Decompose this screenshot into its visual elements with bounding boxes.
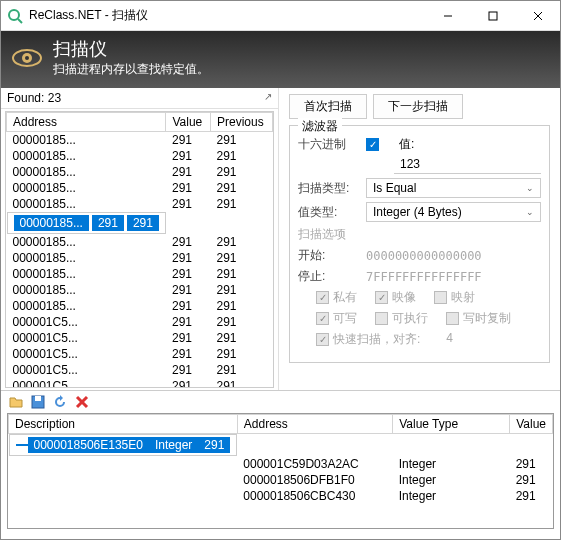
chk-image[interactable]: ✓映像	[375, 289, 416, 306]
chk-writable[interactable]: ✓可写	[316, 310, 357, 327]
banner-title: 扫描仪	[53, 37, 209, 61]
value-row: 123	[394, 155, 541, 174]
refresh-icon[interactable]	[51, 393, 69, 411]
window-buttons	[425, 1, 560, 30]
value-type-label: 值类型:	[298, 204, 360, 221]
value-label: 值:	[399, 136, 414, 153]
bottom-pane: Description Address Value Type Value 000…	[7, 413, 554, 533]
table-row[interactable]: 000001C5...291291	[7, 378, 273, 388]
hex-checkbox[interactable]: ✓	[366, 138, 379, 151]
table-row[interactable]: 000001C5...291291	[7, 362, 273, 378]
banner-text: 扫描仪 扫描进程内存以查找特定值。	[53, 37, 209, 78]
table-row[interactable]: 0000018506E135E0Integer291	[9, 434, 238, 456]
table-row[interactable]: 00000185...291291	[7, 298, 273, 314]
main-row: Found: 23 ↗ Address Value Previous 00000…	[1, 88, 560, 391]
value-type-select[interactable]: Integer (4 Bytes) ⌄	[366, 202, 541, 222]
resizer[interactable]	[7, 529, 554, 533]
scan-type-row: 扫描类型: Is Equal ⌄	[298, 178, 541, 198]
next-scan-button[interactable]: 下一步扫描	[373, 94, 463, 119]
table-row[interactable]: 00000185...291291	[7, 234, 273, 250]
svg-line-1	[18, 19, 22, 23]
minimize-button[interactable]	[425, 1, 470, 30]
sort-icon[interactable]: ↗	[264, 91, 272, 105]
table-row[interactable]: 00000185...291291	[7, 250, 273, 266]
col-value-type[interactable]: Value Type	[393, 415, 510, 434]
svg-point-8	[25, 56, 29, 60]
bottom-table: Description Address Value Type Value 000…	[8, 414, 553, 504]
svg-rect-3	[489, 12, 497, 20]
start-row: 开始: 0000000000000000	[298, 247, 541, 264]
scan-type-label: 扫描类型:	[298, 180, 360, 197]
right-pane: 首次扫描 下一步扫描 滤波器 十六进制 ✓ 值: 123 扫描类型: Is Eq…	[279, 88, 560, 390]
col-previous[interactable]: Previous	[210, 113, 272, 132]
eye-icon	[11, 42, 43, 74]
hex-row: 十六进制 ✓ 值:	[298, 136, 541, 153]
fastscan-value[interactable]: 4	[446, 331, 453, 348]
left-pane: Found: 23 ↗ Address Value Previous 00000…	[1, 88, 279, 390]
app-icon	[7, 8, 23, 24]
table-row[interactable]: 000001C59D03A2ACInteger291	[9, 456, 553, 472]
table-row[interactable]: 0000018506CBC430Integer291	[9, 488, 553, 504]
start-value[interactable]: 0000000000000000	[366, 249, 482, 263]
value-type-row: 值类型: Integer (4 Bytes) ⌄	[298, 202, 541, 222]
table-row[interactable]: 00000185...291291	[7, 180, 273, 196]
banner-subtitle: 扫描进程内存以查找特定值。	[53, 61, 209, 78]
flag-row-1: ✓私有 ✓映像 映射	[316, 289, 541, 306]
stop-label: 停止:	[298, 268, 360, 285]
scan-options-label: 扫描选项	[298, 226, 346, 243]
chk-mapped[interactable]: 映射	[434, 289, 475, 306]
svg-point-0	[9, 10, 19, 20]
table-row[interactable]: 00000185...291291	[7, 132, 273, 149]
open-icon[interactable]	[7, 393, 25, 411]
col-value[interactable]: Value	[166, 113, 210, 132]
bottom-table-wrap[interactable]: Description Address Value Type Value 000…	[7, 413, 554, 529]
window-title: ReClass.NET - 扫描仪	[29, 7, 425, 24]
table-row[interactable]: 00000185...291291	[7, 196, 273, 212]
stop-row: 停止: 7FFFFFFFFFFFFFFF	[298, 268, 541, 285]
found-count: 23	[48, 91, 61, 105]
chk-cow[interactable]: 写时复制	[446, 310, 511, 327]
col-description[interactable]: Description	[9, 415, 238, 434]
maximize-button[interactable]	[470, 1, 515, 30]
scan-type-select[interactable]: Is Equal ⌄	[366, 178, 541, 198]
value-type-value: Integer (4 Bytes)	[373, 205, 462, 219]
scan-buttons: 首次扫描 下一步扫描	[289, 94, 550, 119]
chk-exec[interactable]: 可执行	[375, 310, 428, 327]
banner: 扫描仪 扫描进程内存以查找特定值。	[1, 31, 560, 88]
chk-fastscan[interactable]: ✓快速扫描，对齐:	[316, 331, 420, 348]
col-value-2[interactable]: Value	[510, 415, 553, 434]
stop-value[interactable]: 7FFFFFFFFFFFFFFF	[366, 270, 482, 284]
table-row[interactable]: 0000018506DFB1F0Integer291	[9, 472, 553, 488]
fastscan-row: ✓快速扫描，对齐: 4	[316, 331, 541, 348]
chk-private[interactable]: ✓私有	[316, 289, 357, 306]
titlebar: ReClass.NET - 扫描仪	[1, 1, 560, 31]
delete-icon[interactable]	[73, 393, 91, 411]
table-row[interactable]: 00000185...291291	[7, 282, 273, 298]
value-input[interactable]: 123	[394, 155, 541, 174]
filter-box: 滤波器 十六进制 ✓ 值: 123 扫描类型: Is Equal ⌄	[289, 125, 550, 363]
filter-legend: 滤波器	[298, 118, 342, 135]
table-row[interactable]: 00000185...291291	[7, 212, 166, 234]
icon-bar	[1, 391, 560, 413]
table-row[interactable]: 000001C5...291291	[7, 314, 273, 330]
table-row[interactable]: 00000185...291291	[7, 266, 273, 282]
first-scan-button[interactable]: 首次扫描	[289, 94, 367, 119]
col-address[interactable]: Address	[7, 113, 166, 132]
start-label: 开始:	[298, 247, 360, 264]
scan-type-value: Is Equal	[373, 181, 416, 195]
table-row[interactable]: 000001C5...291291	[7, 330, 273, 346]
found-label: Found:	[7, 91, 44, 105]
results-table: Address Value Previous 00000185...291291…	[6, 112, 273, 388]
flag-row-2: ✓可写 可执行 写时复制	[316, 310, 541, 327]
col-address-2[interactable]: Address	[237, 415, 392, 434]
chevron-down-icon: ⌄	[526, 207, 534, 217]
table-row[interactable]: 00000185...291291	[7, 148, 273, 164]
table-row[interactable]: 00000185...291291	[7, 164, 273, 180]
results-table-wrap[interactable]: Address Value Previous 00000185...291291…	[5, 111, 274, 388]
table-row[interactable]: 000001C5...291291	[7, 346, 273, 362]
scan-options-label-row: 扫描选项	[298, 226, 541, 243]
hex-label: 十六进制	[298, 136, 360, 153]
close-button[interactable]	[515, 1, 560, 30]
save-icon[interactable]	[29, 393, 47, 411]
chevron-down-icon: ⌄	[526, 183, 534, 193]
